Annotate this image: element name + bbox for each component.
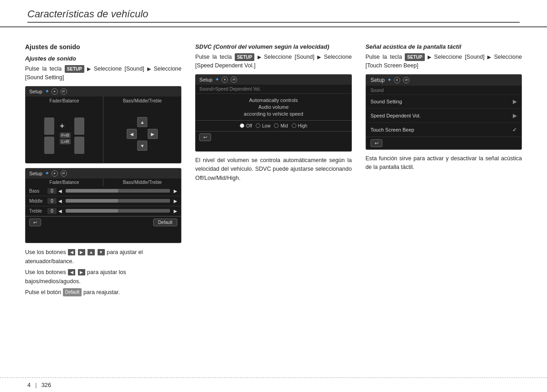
sdvc-radio-mid[interactable] bbox=[274, 123, 279, 128]
right-arrow-btn[interactable]: ▶ bbox=[148, 129, 158, 139]
col2-pulse: Pulse la tecla bbox=[195, 54, 232, 60]
eq-middle-left[interactable]: ◀ bbox=[58, 199, 62, 204]
btn-up-1[interactable]: ▲ bbox=[88, 249, 95, 255]
sdvc-label-low: Low bbox=[262, 123, 270, 128]
eq-row-bass: Bass 0 ◀ ▶ bbox=[26, 186, 181, 196]
eq-bass-fill bbox=[66, 189, 118, 193]
eq-treble-right[interactable]: ▶ bbox=[174, 209, 177, 214]
eq-middle-val: 0 bbox=[47, 198, 57, 204]
sdvc-usb: ⇌ bbox=[231, 76, 237, 83]
setup-screen-2: Setup ✦ ● ⇌ Fader/Balance Bass/Middle/Tr… bbox=[25, 168, 181, 243]
col1-subtitle: Ajustes de sonido bbox=[25, 55, 181, 62]
sdvc-content: Automatically controls Audio volume acco… bbox=[196, 94, 351, 120]
col1-pulse-text: Pulse la tecla bbox=[25, 66, 62, 72]
sound-item-2-label: Speed Dependent Vol. bbox=[371, 113, 421, 118]
sdvc-radio-high[interactable] bbox=[292, 123, 296, 128]
btn-left-1[interactable]: ◀ bbox=[68, 249, 75, 255]
circle-icon-1: ● bbox=[52, 88, 58, 95]
col3-arrow2: ▶ bbox=[487, 53, 491, 61]
screen2-back-btn[interactable]: ↩ bbox=[29, 219, 41, 226]
eq-treble-left[interactable]: ◀ bbox=[58, 209, 62, 214]
eq-bass-val: 0 bbox=[47, 188, 57, 194]
page-number: 4 bbox=[27, 382, 31, 388]
footer: 4 | 326 bbox=[0, 377, 547, 392]
up-arrow-btn[interactable]: ▲ bbox=[137, 117, 147, 127]
eq-bass-right[interactable]: ▶ bbox=[174, 188, 177, 193]
bt-icon: ✦ bbox=[45, 89, 49, 94]
arr-up-row: ▲ bbox=[137, 117, 147, 127]
page-container: Características de vehículo Ajustes de s… bbox=[0, 0, 547, 392]
sound-item-1-label: Sound Setting bbox=[371, 99, 402, 104]
seat-rr bbox=[74, 137, 84, 150]
sdvc-line2: Audio volume bbox=[258, 104, 289, 110]
screen2-default-btn[interactable]: Default bbox=[153, 219, 178, 226]
col2-body1: Pulse la tecla SETUP ▶ Seleccione [Sound… bbox=[195, 53, 351, 71]
eq-middle-fill bbox=[66, 199, 118, 203]
sound-list-circle: ● bbox=[394, 77, 400, 83]
sound-list-item-3[interactable]: Touch Screen Beep ✓ bbox=[366, 122, 521, 137]
col3-title: Señal acústica de la pantalla táctil bbox=[366, 43, 522, 50]
eq-middle-right[interactable]: ▶ bbox=[174, 199, 177, 204]
header: Características de vehículo bbox=[0, 0, 547, 27]
fb-label-1: F=B bbox=[60, 132, 71, 138]
sdvc-back-btn[interactable]: ↩ bbox=[199, 133, 211, 141]
panel-left-label: Fader/Balance bbox=[48, 97, 81, 105]
btn-down-1[interactable]: ▼ bbox=[98, 249, 105, 255]
eq-bass-left[interactable]: ◀ bbox=[58, 188, 62, 193]
sdvc-bt-icon: ✦ bbox=[215, 77, 219, 82]
col1-setup-badge: SETUP bbox=[65, 65, 84, 73]
sdvc-radio-off[interactable] bbox=[240, 123, 244, 128]
col1-btn-text3: Pulse el botón Default para reajustar. bbox=[25, 288, 181, 297]
screen1-bottom-bar: ↩ Default bbox=[26, 163, 181, 163]
sdvc-radio-low[interactable] bbox=[256, 123, 260, 128]
screen1-topbar: Setup ✦ ● ⇌ bbox=[26, 87, 181, 97]
screen2-topbar: Setup ✦ ● ⇌ bbox=[26, 168, 181, 178]
col3-body1: Pulse la tecla SETUP ▶ Seleccione [Sound… bbox=[366, 53, 522, 71]
default-inline-btn[interactable]: Default bbox=[63, 288, 82, 296]
sound-item-3-check: ✓ bbox=[512, 127, 517, 133]
col1-body2: Seleccione [Sound] bbox=[94, 66, 144, 72]
seat-rl bbox=[44, 137, 54, 150]
eq-middle-label: Middle bbox=[29, 199, 47, 204]
usb-icon: ⇌ bbox=[61, 88, 67, 95]
screen2-usb: ⇌ bbox=[61, 170, 67, 177]
sound-list-item-1[interactable]: Sound Setting ▶ bbox=[366, 94, 521, 108]
sdvc-topbar: Setup ✦ ● ⇌ bbox=[196, 75, 351, 85]
left-arrow-btn[interactable]: ◀ bbox=[127, 129, 137, 139]
col-ajustes-sonido: Ajustes de sonido Ajustes de sonido Puls… bbox=[25, 43, 181, 299]
screen2-panel-left: Fader/Balance bbox=[26, 178, 103, 186]
sdvc-label-high: High bbox=[298, 123, 308, 128]
col1-arrow: ▶ bbox=[87, 65, 91, 73]
btn-left-2[interactable]: ◀ bbox=[68, 269, 75, 275]
eq-treble-slider bbox=[66, 209, 170, 213]
screen1-title: Setup bbox=[29, 89, 42, 94]
eq-treble-label: Treble bbox=[29, 209, 47, 214]
down-arrow-btn[interactable]: ▼ bbox=[137, 141, 147, 151]
screen2-title: Setup bbox=[29, 171, 42, 176]
col2-arrow: ▶ bbox=[258, 53, 261, 61]
crosshair-area: + F=B L=R bbox=[58, 123, 71, 144]
btn-right-2[interactable]: ▶ bbox=[78, 269, 85, 275]
sound-list-screen: Setup ✦ ● ⇌ Sound Sound Setting ▶ Speed … bbox=[366, 74, 522, 150]
sound-item-1-arrow: ▶ bbox=[513, 98, 517, 105]
main-content: Ajustes de sonido Ajustes de sonido Puls… bbox=[0, 34, 547, 299]
page-separator: | bbox=[35, 382, 36, 388]
btn-right-1[interactable]: ▶ bbox=[78, 249, 85, 255]
eq-treble-fill bbox=[66, 209, 118, 213]
screen2-panel-right: Bass/Middle/Treble bbox=[103, 178, 181, 186]
page-sub: 326 bbox=[41, 382, 52, 388]
sdvc-label-mid: Mid bbox=[280, 123, 288, 128]
eq-row-treble: Treble 0 ◀ ▶ bbox=[26, 206, 181, 216]
col3-setup-badge: SETUP bbox=[405, 53, 424, 61]
eq-rows: Bass 0 ◀ ▶ Middle 0 ◀ ▶ Treble bbox=[26, 186, 181, 216]
sdvc-screen: Setup ✦ ● ⇌ Sound>Speed Dependent Vol. A… bbox=[195, 74, 351, 152]
col2-title: SDVC (Control del volumen según la veloc… bbox=[195, 43, 351, 50]
screen1-cols: Fader/Balance + F=B L=R bbox=[26, 97, 181, 163]
sdvc-line3: according to vehicle speed bbox=[244, 111, 303, 117]
col2-para: El nivel del volumen se controla automát… bbox=[195, 156, 351, 183]
col1-btn-text1: Use los botones ◀ ▶ ▲ ▼ para ajustar el … bbox=[25, 248, 181, 266]
sound-list-item-2[interactable]: Speed Dependent Vol. ▶ bbox=[366, 108, 521, 122]
col2-arrow2: ▶ bbox=[317, 53, 321, 61]
sound-list-back-btn[interactable]: ↩ bbox=[371, 139, 382, 147]
screen2-col-labels: Fader/Balance Bass/Middle/Treble bbox=[26, 178, 181, 186]
